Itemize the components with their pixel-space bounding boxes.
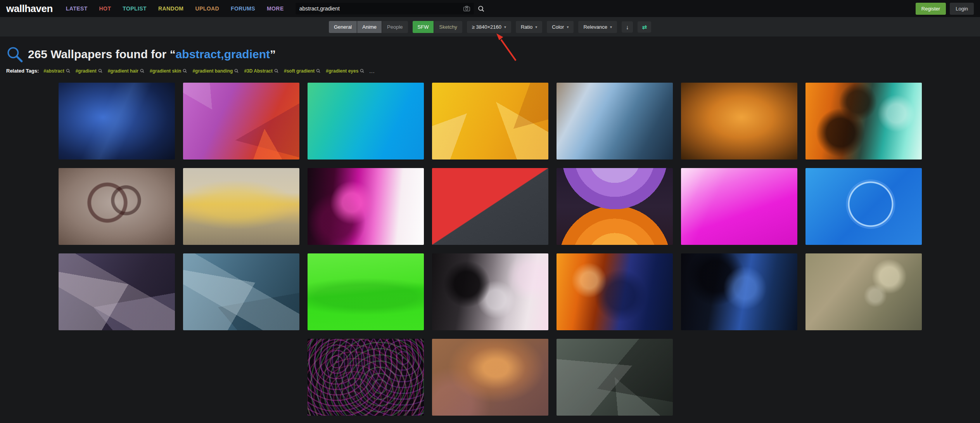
category-toggle-people[interactable]: People bbox=[382, 21, 408, 33]
nav-item-more[interactable]: More bbox=[267, 5, 284, 12]
wallpaper-thumbnail[interactable] bbox=[681, 83, 797, 159]
wallpaper-thumbnail[interactable] bbox=[308, 83, 424, 159]
chevron-down-icon: ▾ bbox=[535, 25, 537, 29]
tag-search-icon bbox=[316, 69, 320, 73]
nav-item-random[interactable]: Random bbox=[158, 5, 183, 12]
wallpaper-thumbnail[interactable] bbox=[59, 168, 175, 245]
tag-search-icon bbox=[234, 69, 239, 73]
filter-toolbar: GeneralAnimePeople SFWSketchy ≥ 3840×216… bbox=[0, 17, 980, 36]
chevron-down-icon: ▾ bbox=[567, 25, 569, 29]
related-tag-label: #gradient banding bbox=[192, 68, 233, 74]
arrow-down-icon: ↓ bbox=[626, 24, 629, 30]
related-tags-row: Related Tags: #abstract#gradient#gradien… bbox=[0, 63, 980, 74]
search-results-icon bbox=[6, 46, 23, 63]
nav-item-toplist[interactable]: Toplist bbox=[123, 5, 147, 12]
related-tag-label: #gradient hair bbox=[108, 68, 138, 74]
related-tag[interactable]: #gradient banding bbox=[192, 68, 239, 74]
wallpaper-thumbnail[interactable] bbox=[681, 253, 797, 330]
wallpaper-thumbnail[interactable] bbox=[59, 83, 175, 159]
sort-order-dropdown[interactable]: Relevance ▾ bbox=[578, 21, 617, 33]
tag-search-icon bbox=[183, 69, 187, 73]
nav-item-forums[interactable]: Forums bbox=[231, 5, 255, 12]
image-search-camera-icon[interactable] bbox=[463, 6, 470, 11]
related-tag[interactable]: #gradient skin bbox=[150, 68, 187, 74]
related-tag-label: #abstract bbox=[43, 68, 64, 74]
category-toggle-anime[interactable]: Anime bbox=[357, 21, 382, 33]
quote-open: “ bbox=[170, 48, 176, 61]
related-tag-list: #abstract#gradient#gradient hair#gradien… bbox=[43, 68, 364, 74]
tag-search-icon bbox=[98, 69, 102, 73]
wallpaper-thumbnail[interactable] bbox=[557, 83, 673, 159]
wallpaper-thumbnail[interactable] bbox=[432, 168, 548, 245]
primary-nav: LatestHotToplistRandomUploadForumsMore bbox=[66, 5, 284, 12]
register-button[interactable]: Register bbox=[916, 3, 946, 15]
related-tag-label: #gradient skin bbox=[150, 68, 181, 74]
color-filter-dropdown[interactable]: Color ▾ bbox=[547, 21, 574, 33]
related-tag[interactable]: #gradient eyes bbox=[326, 68, 364, 74]
wallpaper-thumbnail[interactable] bbox=[432, 83, 548, 159]
related-tag[interactable]: #gradient hair bbox=[108, 68, 144, 74]
related-tag-label: #gradient eyes bbox=[326, 68, 358, 74]
wallpaper-thumbnail[interactable] bbox=[59, 253, 175, 330]
auth-buttons: Register Login bbox=[916, 3, 974, 15]
tag-search-icon bbox=[274, 69, 278, 73]
related-tags-label: Related Tags: bbox=[6, 68, 39, 74]
ratio-filter-label: Ratio bbox=[521, 24, 532, 30]
related-tag[interactable]: #soft gradient bbox=[284, 68, 320, 74]
wallpaper-thumbnail[interactable] bbox=[681, 168, 797, 245]
search-bar bbox=[296, 3, 474, 14]
resolution-filter-dropdown[interactable]: ≥ 3840×2160 ▾ bbox=[467, 21, 511, 33]
wallpaper-grid bbox=[59, 83, 922, 416]
wallpaper-thumbnail[interactable] bbox=[557, 168, 673, 245]
refresh-icon: ⇄ bbox=[642, 24, 647, 30]
wallpaper-thumbnail[interactable] bbox=[308, 339, 424, 416]
purity-toggle-group: SFWSketchy bbox=[413, 21, 462, 33]
wallpaper-thumbnail[interactable] bbox=[557, 253, 673, 330]
related-tag[interactable]: #gradient bbox=[76, 68, 102, 74]
wallpaper-thumbnail[interactable] bbox=[432, 339, 548, 416]
nav-item-hot[interactable]: Hot bbox=[99, 5, 111, 12]
related-tag-label: #3D Abstract bbox=[244, 68, 273, 74]
wallpaper-thumbnail[interactable] bbox=[805, 83, 922, 159]
results-count-heading: 265 Wallpapers found for “abstract,gradi… bbox=[28, 48, 276, 61]
purity-toggle-sfw[interactable]: SFW bbox=[413, 21, 434, 33]
results-count-text: 265 Wallpapers found for bbox=[28, 48, 170, 61]
related-tag[interactable]: #abstract bbox=[43, 68, 70, 74]
related-tag-label: #gradient bbox=[76, 68, 97, 74]
search-submit-icon[interactable] bbox=[478, 5, 484, 12]
login-button[interactable]: Login bbox=[950, 3, 974, 15]
resolution-filter-value: ≥ 3840×2160 bbox=[472, 24, 501, 30]
wallpaper-thumbnail[interactable] bbox=[183, 253, 299, 330]
nav-item-upload[interactable]: Upload bbox=[195, 5, 219, 12]
color-filter-label: Color bbox=[552, 24, 564, 30]
tag-search-icon bbox=[140, 69, 144, 73]
wallpaper-thumbnail[interactable] bbox=[805, 168, 922, 245]
category-toggle-general[interactable]: General bbox=[329, 21, 357, 33]
related-tag-label: #soft gradient bbox=[284, 68, 315, 74]
nav-item-latest[interactable]: Latest bbox=[66, 5, 88, 12]
wallpaper-thumbnail[interactable] bbox=[557, 339, 673, 416]
results-header: 265 Wallpapers found for “abstract,gradi… bbox=[0, 36, 980, 63]
wallpaper-thumbnail[interactable] bbox=[183, 83, 299, 159]
wallpaper-thumbnail[interactable] bbox=[805, 253, 922, 330]
site-logo[interactable]: wallhaven bbox=[6, 3, 53, 15]
sort-order-value: Relevance bbox=[583, 24, 607, 30]
tag-search-icon bbox=[66, 69, 70, 73]
category-toggle-group: GeneralAnimePeople bbox=[329, 21, 408, 33]
ratio-filter-dropdown[interactable]: Ratio ▾ bbox=[516, 21, 542, 33]
refresh-results-button[interactable]: ⇄ bbox=[638, 21, 651, 33]
wallpaper-thumbnail[interactable] bbox=[308, 168, 424, 245]
more-tags-button[interactable]: … bbox=[369, 68, 375, 74]
related-tag[interactable]: #3D Abstract bbox=[244, 68, 278, 74]
search-query-text[interactable]: abstract,gradient bbox=[176, 48, 270, 61]
search-input[interactable] bbox=[299, 5, 460, 12]
chevron-down-icon: ▾ bbox=[610, 25, 612, 29]
wallpaper-thumbnail[interactable] bbox=[432, 253, 548, 330]
tag-search-icon bbox=[360, 69, 364, 73]
purity-toggle-sketchy[interactable]: Sketchy bbox=[434, 21, 462, 33]
sort-direction-button[interactable]: ↓ bbox=[622, 21, 633, 33]
top-navigation-bar: wallhaven LatestHotToplistRandomUploadFo… bbox=[0, 0, 980, 17]
wallpaper-thumbnail[interactable] bbox=[308, 253, 424, 330]
quote-close: ” bbox=[270, 48, 276, 61]
wallpaper-thumbnail[interactable] bbox=[183, 168, 299, 245]
